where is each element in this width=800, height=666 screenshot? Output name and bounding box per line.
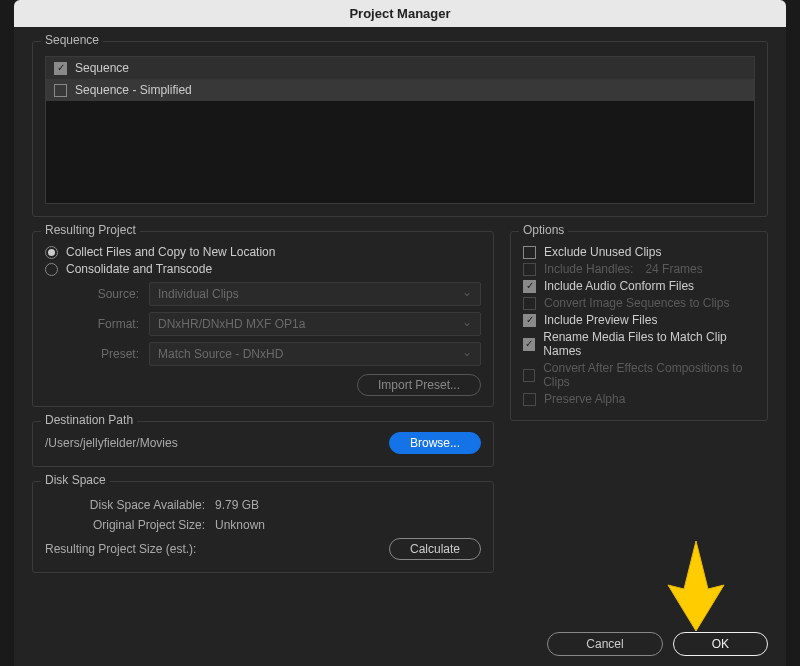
checkbox-icon bbox=[523, 263, 536, 276]
disk-original-label: Original Project Size: bbox=[45, 518, 215, 532]
destination-label: Destination Path bbox=[41, 413, 137, 427]
sequence-row-label: Sequence - Simplified bbox=[75, 83, 192, 97]
option-label: Rename Media Files to Match Clip Names bbox=[543, 330, 755, 358]
sequence-checkbox[interactable] bbox=[54, 62, 67, 75]
dialog-content: Sequence Sequence Sequence - Simplified … bbox=[14, 27, 786, 597]
destination-group: Destination Path /Users/jellyfielder/Mov… bbox=[32, 421, 494, 467]
resulting-project-label: Resulting Project bbox=[41, 223, 140, 237]
option-label: Include Handles: bbox=[544, 262, 633, 276]
radio-icon[interactable] bbox=[45, 263, 58, 276]
radio-icon[interactable] bbox=[45, 246, 58, 259]
disk-available-value: 9.79 GB bbox=[215, 498, 259, 512]
checkbox-icon[interactable] bbox=[523, 280, 536, 293]
calculate-button[interactable]: Calculate bbox=[389, 538, 481, 560]
disk-space-group: Disk Space Disk Space Available: 9.79 GB… bbox=[32, 481, 494, 573]
disk-original-value: Unknown bbox=[215, 518, 265, 532]
ok-button[interactable]: OK bbox=[673, 632, 768, 656]
disk-available-label: Disk Space Available: bbox=[45, 498, 215, 512]
disk-space-label: Disk Space bbox=[41, 473, 110, 487]
checkbox-icon bbox=[523, 393, 536, 406]
radio-collect-copy[interactable]: Collect Files and Copy to New Location bbox=[45, 245, 481, 259]
source-select: Individual Clips bbox=[149, 282, 481, 306]
format-label: Format: bbox=[69, 317, 139, 331]
format-select: DNxHR/DNxHD MXF OP1a bbox=[149, 312, 481, 336]
radio-label: Collect Files and Copy to New Location bbox=[66, 245, 275, 259]
option-include-handles: Include Handles: 24 Frames bbox=[523, 262, 755, 276]
sequence-row[interactable]: Sequence - Simplified bbox=[46, 79, 754, 101]
import-preset-button: Import Preset... bbox=[357, 374, 481, 396]
browse-button[interactable]: Browse... bbox=[389, 432, 481, 454]
checkbox-icon[interactable] bbox=[523, 314, 536, 327]
preset-label: Preset: bbox=[69, 347, 139, 361]
sequence-row-label: Sequence bbox=[75, 61, 129, 75]
format-row: Format: DNxHR/DNxHD MXF OP1a bbox=[69, 312, 481, 336]
option-label: Include Audio Conform Files bbox=[544, 279, 694, 293]
option-preview-files[interactable]: Include Preview Files bbox=[523, 313, 755, 327]
sequence-group: Sequence Sequence Sequence - Simplified bbox=[32, 41, 768, 217]
disk-resulting-label: Resulting Project Size (est.): bbox=[45, 542, 196, 556]
source-row: Source: Individual Clips bbox=[69, 282, 481, 306]
sequence-checkbox[interactable] bbox=[54, 84, 67, 97]
radio-label: Consolidate and Transcode bbox=[66, 262, 212, 276]
option-exclude-unused[interactable]: Exclude Unused Clips bbox=[523, 245, 755, 259]
option-label: Preserve Alpha bbox=[544, 392, 625, 406]
preset-select: Match Source - DNxHD bbox=[149, 342, 481, 366]
source-label: Source: bbox=[69, 287, 139, 301]
cancel-button[interactable]: Cancel bbox=[547, 632, 662, 656]
checkbox-icon bbox=[523, 297, 536, 310]
dialog-footer: Cancel OK bbox=[547, 632, 768, 656]
option-preserve-alpha: Preserve Alpha bbox=[523, 392, 755, 406]
option-label: Convert Image Sequences to Clips bbox=[544, 296, 729, 310]
option-label: Include Preview Files bbox=[544, 313, 657, 327]
options-group: Options Exclude Unused Clips Include Han… bbox=[510, 231, 768, 421]
radio-consolidate-transcode[interactable]: Consolidate and Transcode bbox=[45, 262, 481, 276]
options-label: Options bbox=[519, 223, 568, 237]
project-manager-dialog: Project Manager Sequence Sequence Sequen… bbox=[14, 0, 786, 666]
dialog-title: Project Manager bbox=[14, 0, 786, 27]
option-suffix: 24 Frames bbox=[645, 262, 702, 276]
option-label: Exclude Unused Clips bbox=[544, 245, 661, 259]
destination-path: /Users/jellyfielder/Movies bbox=[45, 436, 178, 450]
option-convert-image-seq: Convert Image Sequences to Clips bbox=[523, 296, 755, 310]
option-convert-ae: Convert After Effects Compositions to Cl… bbox=[523, 361, 755, 389]
sequence-label: Sequence bbox=[41, 33, 103, 47]
checkbox-icon[interactable] bbox=[523, 246, 536, 259]
option-label: Convert After Effects Compositions to Cl… bbox=[543, 361, 755, 389]
option-rename-media[interactable]: Rename Media Files to Match Clip Names bbox=[523, 330, 755, 358]
checkbox-icon bbox=[523, 369, 535, 382]
preset-row: Preset: Match Source - DNxHD bbox=[69, 342, 481, 366]
resulting-project-group: Resulting Project Collect Files and Copy… bbox=[32, 231, 494, 407]
option-audio-conform[interactable]: Include Audio Conform Files bbox=[523, 279, 755, 293]
sequence-row[interactable]: Sequence bbox=[46, 57, 754, 79]
checkbox-icon[interactable] bbox=[523, 338, 535, 351]
sequence-list[interactable]: Sequence Sequence - Simplified bbox=[45, 56, 755, 204]
